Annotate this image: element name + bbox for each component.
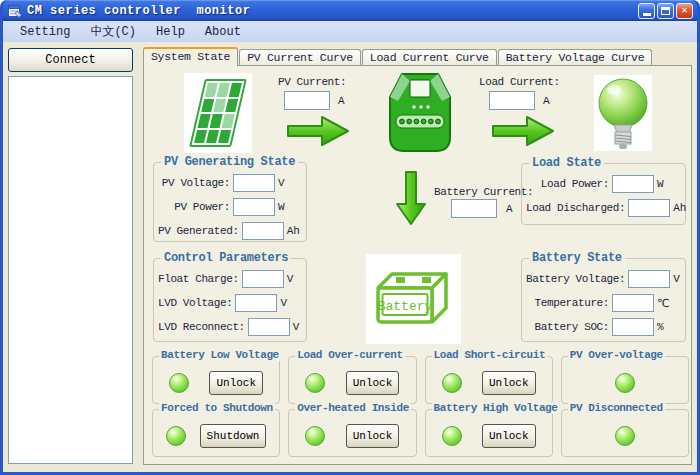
unlock-battery-low-voltage-button[interactable]: Unlock [209,371,263,395]
pv-generating-state-group: PV Generating State PV Voltage:V PV Powe… [153,162,307,242]
control-parameters-title: Control Parameters [161,251,291,265]
battery-current-input[interactable] [451,199,497,218]
shutdown-button[interactable]: Shutdown [200,424,267,448]
unlock-battery-high-voltage-button[interactable]: Unlock [482,424,536,448]
unlock-load-short-circuit-button[interactable]: Unlock [482,371,536,395]
load-current-unit: A [543,95,549,107]
float-charge-unit: V [287,273,298,285]
pv-power-input[interactable] [233,198,275,216]
battery-flow-arrow-icon [394,170,428,226]
pv-current-input[interactable] [284,91,330,110]
green-led-icon [442,373,462,393]
tab-strip: System State PV Current Curve Load Curre… [143,47,653,66]
green-led-icon [305,426,325,446]
charge-controller-icon [384,71,456,153]
tab-system-state[interactable]: System State [143,47,238,66]
close-button[interactable]: ✕ [676,3,693,19]
pv-power-unit: W [278,201,298,213]
load-discharged-input[interactable] [628,199,670,217]
alarm-forced-to-shutdown: Forced to Shutdown Shutdown [152,409,280,457]
green-led-icon [166,426,186,446]
battery-state-group: Battery State Battery Voltage:V Temperat… [521,258,686,342]
load-discharged-unit: Ah [673,202,686,214]
green-led-icon [169,373,189,393]
green-led-icon [305,373,325,393]
load-power-unit: W [657,178,677,190]
solar-panel-icon [184,73,252,153]
pv-flow-arrow-icon [286,114,350,148]
device-listbox[interactable] [8,76,133,464]
client-area: Connect System State PV Current Curve Lo… [3,42,697,472]
battery-image-label: Battery [378,299,433,314]
window-title: CM series controller monitor [27,4,638,18]
battery-state-title: Battery State [529,251,625,265]
app-icon [8,4,22,18]
menu-bar: Setting 中文(C) Help About [3,21,697,42]
connect-button[interactable]: Connect [8,48,133,72]
pv-power-label: PV Power: [158,201,230,213]
temperature-input[interactable] [612,294,654,312]
pv-generated-input[interactable] [242,222,284,240]
menu-help[interactable]: Help [147,23,194,41]
green-led-icon [615,373,635,393]
alarm-grid: Battery Low Voltage Unlock Load Over-cur… [152,356,689,457]
load-power-label: Load Power: [526,178,609,190]
load-current-input[interactable] [489,91,535,110]
close-icon: ✕ [681,6,687,16]
load-flow-arrow-icon [491,114,555,148]
alarm-battery-high-voltage: Battery High Voltage Unlock [425,409,553,457]
menu-language[interactable]: 中文(C) [81,21,145,42]
battery-soc-label: Battery SOC: [526,321,609,333]
battery-voltage-label: Battery Voltage: [526,273,625,285]
pv-generated-unit: Ah [287,225,300,237]
green-led-icon [442,426,462,446]
float-charge-input[interactable] [242,270,284,288]
battery-soc-input[interactable] [612,318,654,336]
lvd-voltage-unit: V [280,297,298,309]
lvd-voltage-label: LVD Voltage: [158,297,232,309]
pv-voltage-unit: V [278,177,298,189]
alarm-pv-disconnected: PV Disconnected [561,409,689,457]
pv-generating-state-title: PV Generating State [161,155,298,169]
lvd-reconnect-input[interactable] [248,318,290,336]
alarm-load-short-circuit: Load Short-circuit Unlock [425,356,553,404]
temperature-label: Temperature: [526,297,609,309]
load-power-input[interactable] [612,175,654,193]
lvd-reconnect-label: LVD Reconnect: [158,321,245,333]
title-bar[interactable]: CM series controller monitor ✕ [3,0,697,21]
menu-about[interactable]: About [196,23,250,41]
lvd-voltage-input[interactable] [235,294,277,312]
minimize-icon [643,13,651,16]
pv-voltage-input[interactable] [233,174,275,192]
temperature-unit: ℃ [657,297,677,310]
battery-soc-unit: % [657,321,677,333]
control-parameters-group: Control Parameters Float Charge:V LVD Vo… [153,258,307,342]
load-state-group: Load State Load Power:W Load Discharged:… [521,163,686,225]
green-led-icon [615,426,635,446]
battery-voltage-input[interactable] [628,270,670,288]
maximize-button[interactable] [657,3,674,19]
load-current-label: Load Current: [479,76,560,88]
battery-voltage-unit: V [673,273,680,285]
battery-current-label: Battery Current: [434,186,533,198]
light-bulb-icon [594,75,652,151]
pv-current-label: PV Current: [278,76,346,88]
menu-setting[interactable]: Setting [11,23,79,41]
float-charge-label: Float Charge: [158,273,239,285]
load-state-title: Load State [529,156,604,170]
pv-voltage-label: PV Voltage: [158,177,230,189]
tab-battery-voltage-curve[interactable]: Battery Voltage Curve [498,49,653,66]
tab-load-current-curve[interactable]: Load Current Curve [362,49,497,66]
tab-pv-current-curve[interactable]: PV Current Curve [239,49,361,66]
load-discharged-label: Load Discharged: [526,202,625,214]
lvd-reconnect-unit: V [293,321,300,333]
alarm-over-heated-inside: Over-heated Inside Unlock [288,409,416,457]
alarm-load-over-current: Load Over-current Unlock [288,356,416,404]
battery-current-unit: A [506,203,512,215]
unlock-load-over-current-button[interactable]: Unlock [346,371,400,395]
pv-generated-label: PV Generated: [158,225,239,237]
maximize-icon [661,7,670,15]
pv-current-unit: A [338,95,344,107]
minimize-button[interactable] [638,3,655,19]
unlock-over-heated-button[interactable]: Unlock [346,424,400,448]
